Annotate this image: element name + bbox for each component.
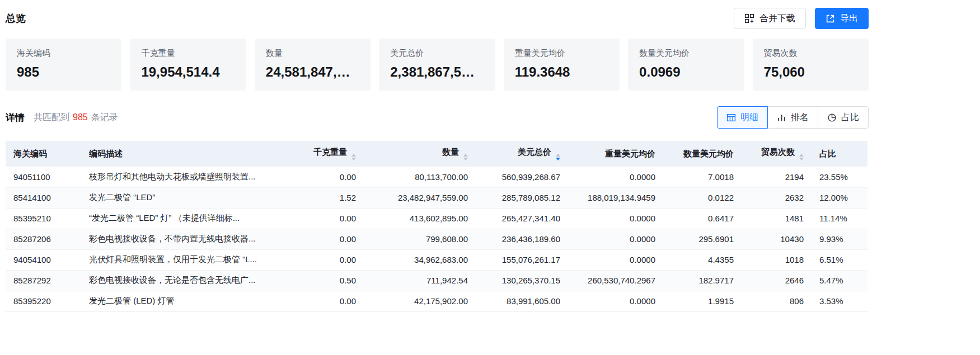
column-header-label: 美元总价 [518,147,551,157]
table-cell: 3.53% [812,291,868,311]
stat-label: 重量美元均价 [515,48,608,59]
top-actions: 合并下载 导出 [734,8,869,29]
stat-value: 19,954,514.4 [141,64,235,80]
column-header-label: 数量 [442,147,459,157]
stat-value: 24,581,847,… [266,64,359,80]
table-cell: 发光二极管 “LED” [81,187,280,208]
column-header-8: 占比 [812,141,868,167]
stat-card-3: 美元总价2,381,867,5… [379,39,495,91]
table-row[interactable]: 85414100发光二极管 “LED”1.5223,482,947,559.00… [6,187,868,208]
tab-proportion[interactable]: 占比 [818,106,869,129]
table-cell: 295.6901 [663,229,742,249]
tab-detail[interactable]: 明细 [717,106,768,129]
details-title: 详情 [6,111,25,124]
stat-card-6: 贸易次数75,060 [753,39,869,91]
results-table: 海关编码编码描述千克重量数量美元总价重量美元均价数量美元均价贸易次数占比 940… [6,141,868,312]
stat-label: 贸易次数 [764,48,857,59]
table-cell: 806 [742,291,812,311]
table-cell: 0.6417 [663,208,742,229]
table-cell: 0.0000 [568,291,663,311]
stat-value: 2,381,867,5… [390,64,484,80]
column-header-3[interactable]: 数量 [364,141,476,167]
table-cell: 0.00 [280,229,364,249]
export-button[interactable]: 导出 [815,8,869,29]
table-cell: 1018 [742,249,812,270]
table-cell: 0.0122 [663,187,742,208]
table-cell: 80,113,700.00 [364,167,476,187]
table-cell: 130,265,370.15 [476,270,568,291]
sort-icon[interactable] [351,154,356,160]
merge-download-button[interactable]: 合并下载 [734,8,806,29]
table-cell: 799,608.00 [364,229,476,249]
merge-download-icon [744,13,754,23]
table-cell: 85414100 [6,187,81,208]
stat-value: 119.3648 [515,64,608,80]
sort-icon[interactable] [556,154,560,160]
page: 总览 合并下载 [0,0,869,312]
table-cell: 85395220 [6,291,81,311]
table-cell: 0.0000 [568,229,663,249]
table-cell: 2632 [742,187,812,208]
table-cell: 94051100 [6,167,81,187]
view-tabs: 明细 排名 占比 [717,106,869,129]
table-cell: 1.9915 [663,291,742,311]
table-cell: 260,530,740.2967 [568,270,663,291]
match-suffix: 条记录 [91,112,118,122]
column-header-2[interactable]: 千克重量 [280,141,364,167]
table-row[interactable]: 85287292彩色电视接收设备，无论是否包含无线电广...0.50711,94… [6,270,868,291]
table-cell: 5.47% [812,270,868,291]
stat-value: 0.0969 [639,64,733,80]
table-row[interactable]: 85395210“发光二极管 “LED” 灯” （未提供详细标...0.0041… [6,208,868,229]
stat-value: 985 [17,64,110,80]
table-cell: 34,962,683.00 [364,249,476,270]
stats-row: 海关编码985千克重量19,954,514.4数量24,581,847,…美元总… [6,39,869,91]
stat-card-0: 海关编码985 [6,39,121,91]
sort-icon[interactable] [799,154,804,160]
stat-card-1: 千克重量19,954,514.4 [130,39,246,91]
match-count: 985 [73,112,88,122]
export-label: 导出 [840,13,858,25]
table-cell: 0.00 [280,249,364,270]
column-header-label: 贸易次数 [761,147,795,157]
column-header-5: 重量美元均价 [568,141,663,167]
table-row[interactable]: 85287206彩色电视接收设备，不带内置无线电接收器...0.00799,60… [6,229,868,249]
table-cell: 0.00 [280,167,364,187]
tab-ranking-label: 排名 [791,112,809,124]
table-cell: 85287292 [6,270,81,291]
table-cell: 1481 [742,208,812,229]
table-cell: 光伏灯具和照明装置，仅用于发光二极管 “L... [81,249,280,270]
table-cell: 0.0000 [568,167,663,187]
table-cell: 枝形吊灯和其他电动天花板或墙壁照明装置... [81,167,280,187]
table-header-row: 海关编码编码描述千克重量数量美元总价重量美元均价数量美元均价贸易次数占比 [6,141,868,167]
table-cell: 94054100 [6,249,81,270]
export-icon [826,14,835,23]
table-row[interactable]: 85395220发光二极管 (LED) 灯管0.0042,175,902.008… [6,291,868,311]
tab-ranking[interactable]: 排名 [767,106,818,129]
table-row[interactable]: 94051100枝形吊灯和其他电动天花板或墙壁照明装置...0.0080,113… [6,167,868,187]
table-cell: 0.0000 [568,208,663,229]
table-cell: 7.0018 [663,167,742,187]
ranking-icon [777,113,786,122]
table-cell: 265,427,341.40 [476,208,568,229]
column-header-1: 编码描述 [81,141,280,167]
table-cell: 9.93% [812,229,868,249]
column-header-label: 海关编码 [13,149,47,158]
column-header-4[interactable]: 美元总价 [476,141,568,167]
table-cell: 0.50 [280,270,364,291]
top-bar: 总览 合并下载 [6,8,869,29]
table-cell: 0.00 [280,208,364,229]
stat-card-2: 数量24,581,847,… [255,39,371,91]
table-cell: 85395210 [6,208,81,229]
page-title: 总览 [6,12,26,25]
column-header-7[interactable]: 贸易次数 [742,141,812,167]
table-cell: 6.51% [812,249,868,270]
table-cell: 2194 [742,167,812,187]
stat-value: 75,060 [764,64,857,80]
match-prefix: 共匹配到 [34,112,69,122]
column-header-label: 千克重量 [313,147,347,157]
table-cell: 711,942.54 [364,270,476,291]
table-cell: 42,175,902.00 [364,291,476,311]
table-cell: 83,991,605.00 [476,291,568,311]
sort-icon[interactable] [463,154,468,160]
table-row[interactable]: 94054100光伏灯具和照明装置，仅用于发光二极管 “L...0.0034,9… [6,249,868,270]
